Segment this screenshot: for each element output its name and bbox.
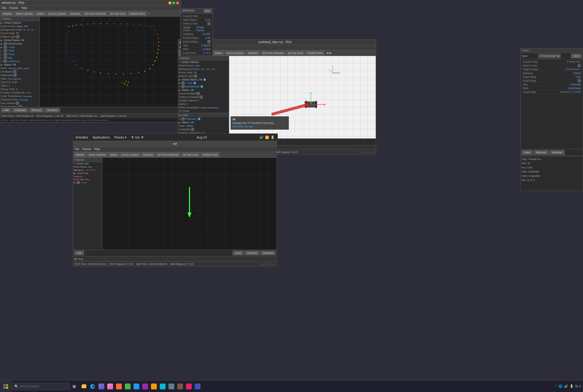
- tb2-publish[interactable]: Publish Point: [305, 51, 324, 55]
- tb2-nav[interactable]: 2D Nav Goal: [286, 51, 305, 55]
- taskbar-app-11[interactable]: [185, 382, 193, 391]
- remove-button-main[interactable]: Remove: [29, 108, 44, 112]
- global-status-item[interactable]: ▶ Global Status: Ok: [0, 38, 39, 42]
- viewport-rviz2[interactable]: TF Displays the TF transform hierarchy. …: [229, 56, 376, 138]
- zero-button-orbit[interactable]: Zero: [204, 9, 211, 13]
- places-btn[interactable]: Places ▾: [114, 136, 127, 139]
- close-button-main[interactable]: [176, 1, 179, 4]
- gnome-right-items: 🔊 📶 🔋: [259, 136, 275, 139]
- svg-rect-69: [6, 384, 8, 386]
- svg-point-4: [87, 24, 88, 24]
- tb3-measure[interactable]: Measure: [141, 152, 155, 157]
- tb2-focus[interactable]: Focus Camera: [225, 51, 245, 55]
- taskbar-app-3[interactable]: [115, 382, 123, 391]
- tb2-measure[interactable]: Measure: [246, 51, 260, 55]
- activities-btn[interactable]: Activities: [75, 136, 88, 139]
- tb2-select[interactable]: Select: [213, 51, 224, 55]
- nav-left-btn[interactable]: ◀: [326, 51, 329, 55]
- go-bottom[interactable]: ▼ Global Opti...: [73, 162, 102, 165]
- toolbar-nav-goal[interactable]: 2D Nav Goal: [108, 11, 127, 16]
- time-collapse-bottom[interactable]: ▶: [75, 257, 77, 261]
- add-button-main[interactable]: Add: [1, 108, 11, 112]
- viewport-3d-main[interactable]: [40, 17, 180, 107]
- tb3-focus[interactable]: Focus Camera: [120, 152, 141, 157]
- global-options-item[interactable]: ▶ Global Options: [0, 21, 39, 24]
- taskbar-app-2[interactable]: [106, 382, 114, 391]
- search-input-taskbar[interactable]: [20, 385, 64, 388]
- fixed-frame-tree[interactable]: ▶ Fixed Frame: [0, 42, 39, 45]
- toolbar-focus-camera[interactable]: Focus Camera: [47, 11, 68, 16]
- views-invert-z: Invert Z Axis: [522, 64, 582, 68]
- taskbar-app-5[interactable]: [132, 382, 141, 391]
- toolbar-measure[interactable]: Measure: [69, 11, 82, 16]
- rviz-menu-btn[interactable]: ▼ rviz ▼: [131, 136, 144, 139]
- add-btn-bottom[interactable]: Add: [74, 251, 84, 255]
- taskbar-app-4[interactable]: [124, 382, 132, 391]
- pose-tree-item[interactable]: ▷ / Pose: [0, 52, 39, 56]
- tb2-pose[interactable]: 2D Pose Estimate: [261, 51, 285, 55]
- rename-button-main[interactable]: Rename: [45, 108, 60, 112]
- grid-bottom[interactable]: ▶ + Grid: [73, 181, 102, 184]
- gs-rviz2[interactable]: ▶ Global Status: Ok: [178, 78, 229, 81]
- nav-right-btn[interactable]: ▶: [329, 51, 332, 55]
- path-tree-item[interactable]: ▷ / Path: [0, 49, 39, 52]
- start-button[interactable]: [0, 381, 12, 392]
- taskbar-app-7[interactable]: [150, 382, 158, 391]
- views-type-select[interactable]: XYOrbit (rviz): [538, 54, 561, 58]
- grid-tree-item[interactable]: ▶ + Grid: [0, 45, 39, 49]
- remove-btn-views[interactable]: Remove: [534, 150, 549, 155]
- tb3-interact[interactable]: Interact: [74, 152, 86, 157]
- menu-help-bottom[interactable]: Help: [94, 147, 100, 151]
- orbit-near-clip: Near Clip D... 0.01: [182, 18, 211, 22]
- map-tree-item[interactable]: ▷ Map: [0, 56, 39, 59]
- rm-visual: Visual Enabled: [178, 92, 229, 95]
- remove-btn-bottom[interactable]: Remove: [245, 251, 260, 255]
- taskbar-app-12[interactable]: [194, 382, 202, 391]
- tb3-move-camera[interactable]: Move Camera: [87, 152, 107, 157]
- task-view-button[interactable]: ▣: [70, 381, 78, 392]
- odometry-rviz2[interactable]: ▼ Odometry: [178, 117, 229, 121]
- rm-alpha: Alpha 1: [178, 102, 229, 106]
- robotmodel-rviz2[interactable]: ▼ RobotModel: [178, 85, 229, 88]
- svg-point-3: [81, 24, 82, 25]
- toolbar-move-camera[interactable]: Move Camera: [14, 11, 34, 16]
- zero-btn-views[interactable]: Zero: [571, 54, 582, 58]
- rename-btn-views[interactable]: Rename: [549, 150, 565, 155]
- taskbar-app-1[interactable]: [97, 382, 106, 391]
- menu-file-bottom[interactable]: File: [75, 147, 79, 151]
- go-rviz2[interactable]: ▼ Global Options: [178, 60, 229, 64]
- tb3-select[interactable]: Select: [108, 152, 119, 157]
- toolbar-publish-point[interactable]: Publish Point: [128, 11, 147, 16]
- bgc-rviz2: Background Color 255; 255; 255: [178, 67, 229, 71]
- duplicate-button-main[interactable]: Duplicate: [12, 108, 28, 112]
- minimize-button-main[interactable]: [168, 1, 171, 4]
- svg-rect-58: [271, 103, 309, 116]
- save-btn-bottom[interactable]: Save: [233, 251, 244, 255]
- toolbar-pose-estimate[interactable]: 2D Pose Estimate: [83, 11, 108, 16]
- tb3-publish[interactable]: Publish Point: [201, 152, 219, 157]
- menu-panels-main[interactable]: Panels: [9, 6, 18, 10]
- taskbar-app-10[interactable]: [176, 382, 184, 391]
- viewport-bottom[interactable]: [102, 158, 277, 249]
- save-btn-views[interactable]: Save: [521, 150, 533, 155]
- taskbar-app-8[interactable]: [159, 382, 167, 391]
- toolbar-interact[interactable]: Interact: [1, 11, 13, 16]
- svg-marker-67: [187, 212, 192, 218]
- menu-file-main[interactable]: File: [2, 6, 6, 10]
- grid-rviz2[interactable]: ▶ + Grid: [178, 81, 229, 85]
- menu-panels-bottom[interactable]: Panels: [82, 147, 91, 151]
- taskbar-explorer-icon[interactable]: [80, 382, 88, 391]
- maximize-button-main[interactable]: [172, 1, 175, 4]
- applications-btn[interactable]: Applications: [92, 136, 110, 139]
- rename-btn-bottom[interactable]: Rename: [261, 251, 276, 255]
- laserscan-tree-item[interactable]: ▼ LaserScan: [0, 59, 39, 63]
- taskbar-app-9[interactable]: [167, 382, 175, 391]
- taskbar-search-box[interactable]: 🔍: [12, 383, 70, 390]
- toolbar-select[interactable]: Select: [35, 11, 46, 16]
- taskbar-app-6[interactable]: [141, 382, 149, 391]
- tb3-pose[interactable]: 2D Pose Estimate: [156, 152, 180, 157]
- taskbar-edge-icon[interactable]: [89, 382, 97, 391]
- gs-bottom[interactable]: ▶ Global Stat...: [73, 172, 102, 175]
- menu-help-main[interactable]: Help: [21, 6, 27, 10]
- tb3-nav[interactable]: 2D Nav Goal: [181, 152, 200, 157]
